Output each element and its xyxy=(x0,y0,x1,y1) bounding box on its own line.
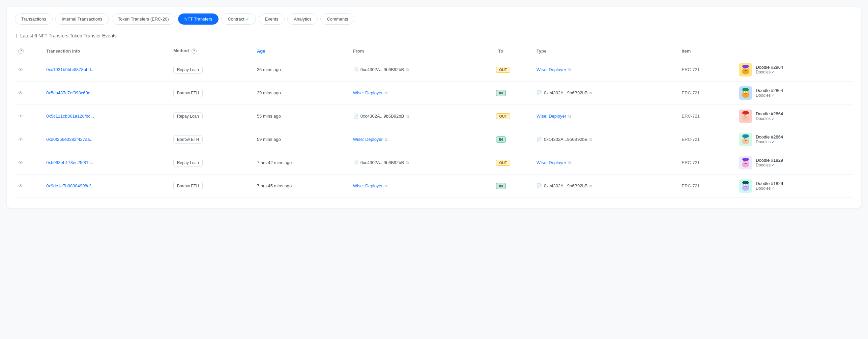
col-age[interactable]: Age xyxy=(254,45,350,58)
type-cell: ERC-721 xyxy=(678,104,736,128)
item-collection: Doodles ✓ xyxy=(756,116,783,121)
to-copy-icon[interactable]: ⧉ xyxy=(589,184,592,188)
age-text: 36 mins ago xyxy=(257,67,281,72)
eye-icon[interactable]: 👁 xyxy=(18,67,23,72)
eye-icon[interactable]: 👁 xyxy=(18,113,23,119)
age-cell: 55 mins ago xyxy=(254,104,350,128)
tx-hash-cell: 0xb993eb178ec25f81f... xyxy=(43,151,170,174)
to-cell-content: Wise: Deployer ⧉ xyxy=(537,67,675,72)
tx-hash-link[interactable]: 0x5c111cb861a128fbc... xyxy=(46,114,94,119)
from-address-link[interactable]: Wise: Deployer xyxy=(353,137,383,142)
to-copy-icon[interactable]: ⧉ xyxy=(589,91,592,95)
nft-thumbnail xyxy=(739,179,752,193)
tab-transactions[interactable]: Transactions xyxy=(15,13,53,25)
tab-nft-transfers[interactable]: NFT Transfers xyxy=(178,13,219,25)
table-row: 👁 0xb993eb178ec25f81f... Repay Loan 7 hr… xyxy=(15,151,853,174)
tab-token-transfers[interactable]: Token Transfers (ERC-20) xyxy=(112,13,175,25)
svg-rect-53 xyxy=(743,181,748,184)
collection-verified-icon: ✓ xyxy=(772,140,775,144)
to-doc-icon: 📄 xyxy=(537,90,542,95)
tab-bar: TransactionsInternal TransactionsToken T… xyxy=(15,13,853,25)
from-copy-icon[interactable]: ⧉ xyxy=(406,160,409,165)
tx-hash-link[interactable]: 0xc1931b9bb4f878bbd... xyxy=(46,67,94,72)
svg-point-42 xyxy=(747,161,747,162)
table-row: 👁 0x5cb437c7ef998c60e... Borrow ETH 39 m… xyxy=(15,81,853,104)
to-cell: 📄 0xc4302A...9b6B92bB ⧉ xyxy=(533,128,678,151)
method-help-icon[interactable]: ? xyxy=(192,49,197,54)
item-name: Doodle #2864 xyxy=(756,134,783,140)
eye-icon[interactable]: 👁 xyxy=(18,136,23,142)
from-address-link[interactable]: Wise: Deployer xyxy=(353,183,383,188)
token-type: ERC-721 xyxy=(682,137,700,142)
tx-hash-link[interactable]: 0xd0f266e0382f427aa... xyxy=(46,137,93,142)
item-cell: Doodle #2864 Doodles ✓ xyxy=(735,81,853,104)
from-cell: 📄 0xc4302A...9b6B92bB ⧉ xyxy=(350,151,495,174)
from-cell: 📄 0xc4302A...9b6B92bB ⧉ xyxy=(350,104,495,128)
tx-hash-link[interactable]: 0x9dc1e7b98984998df... xyxy=(46,183,94,188)
to-address-text: 0xc4302A...9b6B92bB xyxy=(544,183,587,188)
table-row: 👁 0x5c111cb861a128fbc... Repay Loan 55 m… xyxy=(15,104,853,128)
item-name: Doodle #1829 xyxy=(756,158,783,163)
tab-analytics[interactable]: Analytics xyxy=(287,13,318,25)
from-copy-icon[interactable]: ⧉ xyxy=(385,137,388,142)
token-type: ERC-721 xyxy=(682,114,700,119)
from-doc-icon: 📄 xyxy=(353,160,358,165)
to-copy-icon[interactable]: ⧉ xyxy=(568,114,571,119)
eye-icon[interactable]: 👁 xyxy=(18,90,23,96)
sort-icon: ↕ xyxy=(15,33,18,39)
tab-internal-transactions[interactable]: Internal Transactions xyxy=(55,13,109,25)
method-cell: Borrow ETH xyxy=(170,174,254,197)
item-cell: Doodle #2864 Doodles ✓ xyxy=(735,128,853,151)
item-name: Doodle #1829 xyxy=(756,181,783,186)
from-copy-icon[interactable]: ⧉ xyxy=(406,67,409,72)
svg-rect-35 xyxy=(743,134,748,137)
to-address-text: 0xc4302A...9b6B92bB xyxy=(544,137,587,142)
item-info: Doodle #1829 Doodles ✓ xyxy=(756,158,783,167)
to-address-link[interactable]: Wise: Deployer xyxy=(537,114,566,119)
tab-comments[interactable]: Comments xyxy=(320,13,354,25)
from-cell-content: 📄 0xc4302A...9b6B92bB ⧉ xyxy=(353,67,492,72)
table-row: 👁 0xc1931b9bb4f878bbd... Repay Loan 36 m… xyxy=(15,58,853,81)
tab-events[interactable]: Events xyxy=(259,13,285,25)
tx-hash-link[interactable]: 0xb993eb178ec25f81f... xyxy=(46,160,93,165)
tab-contract[interactable]: Contract ✓ xyxy=(221,13,256,25)
to-address-link[interactable]: Wise: Deployer xyxy=(537,160,566,165)
nft-thumbnail xyxy=(739,86,752,100)
collection-verified-icon: ✓ xyxy=(772,70,775,74)
nft-thumbnail xyxy=(739,156,752,170)
svg-point-41 xyxy=(744,161,745,162)
from-address-link[interactable]: Wise: Deployer xyxy=(353,90,383,95)
to-copy-icon[interactable]: ⧉ xyxy=(568,67,571,72)
from-copy-icon[interactable]: ⧉ xyxy=(385,184,388,188)
to-cell-content: 📄 0xc4302A...9b6B92bB ⧉ xyxy=(537,137,675,142)
eye-icon[interactable]: 👁 xyxy=(18,160,23,165)
method-cell: Repay Loan xyxy=(170,58,254,81)
tx-hash-cell: 0x9dc1e7b98984998df... xyxy=(43,174,170,197)
type-cell: ERC-721 xyxy=(678,58,736,81)
col-type: Type xyxy=(533,45,678,58)
item-content: Doodle #1829 Doodles ✓ xyxy=(739,156,850,170)
svg-rect-26 xyxy=(743,111,748,114)
token-type: ERC-721 xyxy=(682,67,700,72)
from-copy-icon[interactable]: ⧉ xyxy=(385,91,388,95)
to-cell-content: 📄 0xc4302A...9b6B92bB ⧉ xyxy=(537,90,675,95)
type-cell: ERC-721 xyxy=(678,151,736,174)
from-copy-icon[interactable]: ⧉ xyxy=(406,114,409,119)
age-cell: 7 hrs 45 mins ago xyxy=(254,174,350,197)
tx-hash-link[interactable]: 0x5cb437c7ef998c60e... xyxy=(46,90,94,95)
col-to: To xyxy=(495,45,533,58)
to-copy-icon[interactable]: ⧉ xyxy=(568,160,571,165)
from-cell-content: Wise: Deployer ⧉ xyxy=(353,90,492,95)
to-copy-icon[interactable]: ⧉ xyxy=(589,137,592,142)
eye-cell: 👁 xyxy=(15,128,43,151)
contract-verified-icon: ✓ xyxy=(246,17,250,22)
tx-help-icon[interactable]: ? xyxy=(18,49,24,54)
item-info: Doodle #2864 Doodles ✓ xyxy=(756,88,783,98)
svg-point-5 xyxy=(744,68,745,69)
svg-point-33 xyxy=(747,138,747,139)
collection-verified-icon: ✓ xyxy=(772,186,775,191)
eye-icon[interactable]: 👁 xyxy=(18,183,23,189)
age-cell: 7 hrs 42 mins ago xyxy=(254,151,350,174)
to-address-link[interactable]: Wise: Deployer xyxy=(537,67,566,72)
col-method: Method ? xyxy=(170,45,254,58)
